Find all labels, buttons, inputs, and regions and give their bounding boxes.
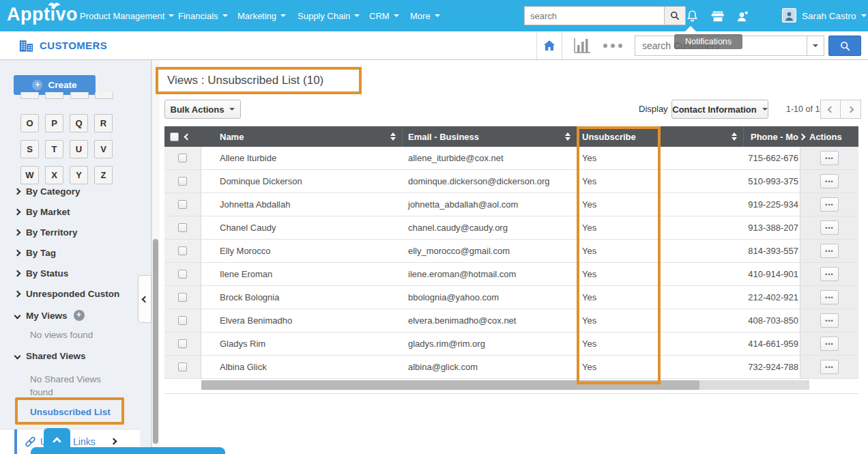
row-checkbox[interactable] (178, 154, 187, 162)
header-name[interactable]: Name (201, 126, 403, 147)
menu-marketing[interactable]: Marketing (237, 0, 286, 31)
global-search-input[interactable] (524, 6, 664, 25)
apptivo-logo[interactable]: Apptivo (7, 4, 78, 25)
cell-name: Dominque Dickerson (201, 170, 403, 193)
cell-actions: ••• (800, 309, 858, 332)
letter-button-p[interactable]: P (45, 114, 63, 132)
sort-icon[interactable] (390, 132, 396, 141)
letter-button-partial[interactable] (20, 92, 39, 99)
menu-supply-chain[interactable]: Supply Chain (298, 0, 360, 31)
sidebar-item-by-status[interactable]: By Status (15, 268, 68, 279)
table-row: Elly Morocco elly_morocco@gmail.com Yes … (164, 240, 858, 263)
sidebar-item-unresponded-customers[interactable]: Unresponded Custon (15, 289, 136, 299)
menu-crm[interactable]: CRM (369, 0, 399, 31)
letter-button-x[interactable]: X (45, 166, 63, 184)
add-view-icon[interactable]: + (74, 310, 85, 321)
row-actions-button[interactable]: ••• (820, 290, 839, 304)
display-dropdown[interactable]: Contact Information (671, 100, 768, 119)
letter-button-partial[interactable] (45, 92, 63, 99)
links-label[interactable]: Links (73, 436, 96, 447)
reports-chart-button[interactable] (572, 36, 592, 55)
contacts-people-button[interactable] (734, 8, 751, 25)
letter-button-y[interactable]: Y (70, 166, 88, 184)
row-actions-button[interactable]: ••• (820, 313, 839, 328)
sidebar-item-unsubscribed-list[interactable]: Unsubscribed List (30, 407, 111, 417)
row-checkbox[interactable] (178, 223, 187, 232)
scroll-left-icon[interactable] (184, 133, 191, 140)
row-checkbox-cell (164, 193, 201, 216)
sort-icon[interactable] (732, 132, 737, 141)
letter-button-v[interactable]: V (94, 140, 113, 158)
header-unsubscribe[interactable]: Unsubscribe (577, 126, 744, 147)
letter-button-u[interactable]: U (70, 140, 88, 158)
row-checkbox[interactable] (178, 363, 187, 371)
scroll-right-icon[interactable] (799, 133, 806, 140)
sidebar-item-by-market[interactable]: By Market (15, 207, 70, 217)
letter-button-q[interactable]: Q (70, 114, 88, 132)
customers-search-button[interactable] (828, 36, 861, 56)
row-actions-button[interactable]: ••• (820, 267, 839, 281)
sidebar-scrollbar-thumb[interactable] (153, 239, 158, 444)
letter-button-w[interactable]: W (20, 166, 39, 184)
cell-actions: ••• (800, 216, 858, 239)
select-all-checkbox[interactable] (170, 132, 179, 141)
sidebar-item-shared-views[interactable]: Shared Views (15, 351, 86, 361)
chevron-right-icon[interactable] (111, 438, 117, 445)
row-checkbox-cell (164, 240, 201, 262)
row-actions-button[interactable]: ••• (820, 337, 839, 351)
bulk-actions-button[interactable]: Bulk Actions (164, 100, 241, 119)
more-options-button[interactable] (603, 44, 622, 48)
row-checkbox[interactable] (178, 293, 187, 302)
cell-unsubscribe: Yes (577, 286, 744, 309)
row-checkbox[interactable] (178, 200, 187, 209)
row-actions-button[interactable]: ••• (820, 221, 839, 235)
menu-product-management[interactable]: Product Management (80, 0, 174, 31)
alphabet-filter: O P Q R S T U V W X Y Z (20, 114, 113, 184)
letter-button-z[interactable]: Z (94, 166, 113, 184)
app-store-button[interactable] (710, 8, 726, 25)
row-checkbox[interactable] (178, 177, 187, 186)
user-avatar[interactable] (782, 8, 796, 23)
store-icon (710, 9, 725, 24)
global-search-button[interactable] (664, 6, 686, 25)
row-actions-button[interactable]: ••• (820, 174, 839, 188)
header-phone-mobile[interactable]: Phone - Mo (744, 126, 800, 147)
row-actions-button[interactable]: ••• (820, 151, 839, 165)
menu-financials[interactable]: Financials (178, 0, 228, 31)
menu-more[interactable]: More (410, 0, 440, 31)
search-icon (839, 40, 851, 52)
notifications-bell-button[interactable] (684, 8, 700, 25)
letter-button-partial[interactable] (70, 92, 89, 99)
letter-button-partial[interactable] (95, 92, 113, 99)
row-actions-button[interactable]: ••• (820, 244, 839, 258)
search-scope-dropdown[interactable] (807, 36, 824, 56)
letter-button-o[interactable]: O (20, 114, 39, 132)
letter-button-t[interactable]: T (45, 140, 63, 158)
sidebar-item-by-territory[interactable]: By Territory (15, 227, 78, 238)
chevron-right-icon (14, 188, 21, 195)
sidebar-item-my-views[interactable]: My Views+ (15, 310, 85, 321)
next-page-button[interactable] (841, 100, 861, 119)
sidebar-item-by-tag[interactable]: By Tag (15, 248, 56, 258)
row-checkbox[interactable] (178, 246, 187, 255)
table-horizontal-scrollbar-thumb[interactable] (201, 380, 699, 390)
cell-name: Brock Bolognia (201, 286, 403, 309)
sort-icon[interactable] (565, 132, 570, 141)
links-accent-bar (14, 429, 17, 454)
previous-page-button[interactable] (820, 100, 841, 119)
letter-button-r[interactable]: R (94, 114, 113, 132)
row-actions-button[interactable]: ••• (820, 360, 839, 374)
chevron-down-icon (435, 14, 440, 17)
header-email-business[interactable]: Email - Business (403, 126, 577, 147)
row-checkbox[interactable] (178, 270, 187, 279)
sidebar-item-by-category[interactable]: By Category (15, 186, 81, 197)
user-menu[interactable]: Sarah Castro (802, 0, 867, 31)
letter-button-s[interactable]: S (20, 140, 39, 158)
row-checkbox[interactable] (178, 316, 187, 325)
cell-email: albina@glick.com (403, 356, 577, 378)
panel-collapse-button[interactable] (44, 428, 70, 454)
row-actions-button[interactable]: ••• (820, 197, 839, 212)
sidebar-collapse-tab[interactable] (138, 275, 151, 323)
home-button[interactable] (536, 31, 562, 59)
row-checkbox[interactable] (178, 339, 187, 348)
